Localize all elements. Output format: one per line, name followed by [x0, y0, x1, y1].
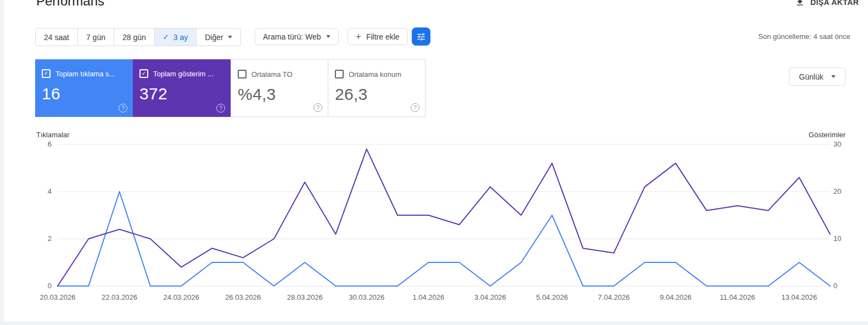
search-type-label: Arama türü: Web — [263, 32, 321, 41]
download-icon — [795, 0, 805, 7]
x-axis-label: 30.03.2026 — [337, 293, 397, 301]
y-left-tick-label: 0 — [35, 282, 52, 290]
x-axis-label: 1.04.2026 — [398, 293, 458, 301]
tab-24-hours[interactable]: 24 saat — [36, 29, 77, 46]
left-axis-title: Tıklamalar — [36, 131, 70, 139]
performance-line-chart — [0, 0, 868, 325]
y-left-tick-label: 2 — [35, 234, 52, 243]
plus-icon: + — [356, 31, 361, 42]
tab-3-months[interactable]: ✓ 3 ay — [154, 29, 196, 46]
y-left-tick-label: 6 — [35, 140, 52, 148]
right-axis-title: Gösterimler — [802, 131, 845, 139]
checkbox-checked-icon[interactable]: ✓ — [139, 69, 148, 78]
y-right-tick-label: 20 — [833, 187, 850, 195]
tab-28-days[interactable]: 28 gün — [114, 29, 154, 46]
last-update-text: Son güncelleme: 4 saat önce — [758, 32, 850, 41]
export-button[interactable]: DIŞA AKTAR — [795, 0, 859, 8]
card-value: 26,3 — [335, 85, 418, 104]
performance-page: Performans DIŞA AKTAR 24 saat 7 gün 28 g… — [0, 0, 868, 325]
add-filter-label: Filtre ekle — [366, 32, 400, 41]
x-axis-label: 3.04.2026 — [460, 293, 520, 301]
y-right-tick-label: 10 — [833, 234, 850, 243]
card-value: %4,3 — [238, 85, 321, 104]
granularity-dropdown[interactable]: Günlük — [789, 68, 845, 86]
card-value: 16 — [42, 85, 126, 103]
tab-label: 7 gün — [86, 33, 105, 42]
check-icon: ✓ — [163, 33, 169, 41]
card-average-position[interactable]: Ortalama konum 26,3 ? — [328, 59, 425, 117]
help-icon[interactable]: ? — [313, 103, 322, 112]
add-filter-chip[interactable]: + Filtre ekle — [348, 28, 408, 45]
series-line-clicks — [58, 192, 830, 286]
card-label: Ortalama konum — [349, 70, 401, 79]
card-label: Toplam tıklama s... — [55, 70, 115, 78]
search-type-filter-chip[interactable]: Arama türü: Web — [255, 28, 339, 45]
y-right-tick-label: 0 — [833, 282, 850, 290]
y-left-tick-label: 4 — [35, 187, 52, 195]
tab-label: 24 saat — [44, 33, 69, 42]
x-axis-label: 20.03.2026 — [27, 293, 88, 301]
x-axis-label: 11.04.2026 — [707, 293, 768, 301]
checkbox-checked-icon[interactable]: ✓ — [42, 69, 51, 78]
checkbox-unchecked-icon[interactable] — [335, 70, 344, 79]
filter-settings-button[interactable] — [412, 27, 430, 46]
metric-cards: ✓ Toplam tıklama s... 16 ? ✓ Toplam göst… — [35, 59, 425, 117]
page-edge-strip — [0, 321, 868, 325]
card-total-clicks[interactable]: ✓ Toplam tıklama s... 16 ? — [35, 59, 133, 117]
card-average-ctr[interactable]: Ortalama TO %4,3 ? — [231, 59, 328, 117]
x-axis-label: 13.04.2026 — [769, 293, 830, 301]
page-title: Performans — [36, 0, 104, 9]
x-axis-label: 26.03.2026 — [213, 293, 273, 301]
x-axis-label: 28.03.2026 — [275, 293, 335, 301]
tab-7-days[interactable]: 7 gün — [77, 29, 114, 46]
tab-label: 3 ay — [173, 33, 188, 42]
date-range-tabs: 24 saat 7 gün 28 gün ✓ 3 ay Diğer — [35, 28, 241, 46]
x-axis-label: 5.04.2026 — [522, 293, 582, 301]
y-right-tick-label: 30 — [833, 140, 850, 148]
x-axis-label: 22.03.2026 — [89, 293, 150, 301]
series-line-impressions — [58, 149, 830, 286]
chevron-down-icon — [831, 75, 836, 78]
chevron-down-icon — [228, 36, 232, 38]
x-axis-label: 9.04.2026 — [646, 293, 706, 301]
card-label: Ortalama TO — [251, 70, 293, 79]
checkbox-unchecked-icon[interactable] — [238, 70, 247, 79]
help-icon[interactable]: ? — [216, 104, 225, 113]
card-total-impressions[interactable]: ✓ Toplam gösterim ... 372 ? — [133, 59, 231, 117]
help-icon[interactable]: ? — [119, 104, 127, 113]
tune-icon — [416, 32, 426, 42]
tab-label: 28 gün — [122, 33, 146, 42]
card-value: 372 — [139, 85, 224, 103]
card-label: Toplam gösterim ... — [153, 70, 214, 78]
x-axis-label: 7.04.2026 — [584, 293, 644, 301]
granularity-label: Günlük — [799, 72, 823, 81]
chevron-down-icon — [326, 35, 331, 38]
export-label: DIŞA AKTAR — [810, 0, 859, 7]
tab-other[interactable]: Diğer — [196, 29, 240, 46]
help-icon[interactable]: ? — [411, 103, 419, 112]
page-edge-strip — [0, 0, 4, 325]
tab-label: Diğer — [205, 33, 223, 42]
x-axis-label: 24.03.2026 — [151, 293, 211, 301]
